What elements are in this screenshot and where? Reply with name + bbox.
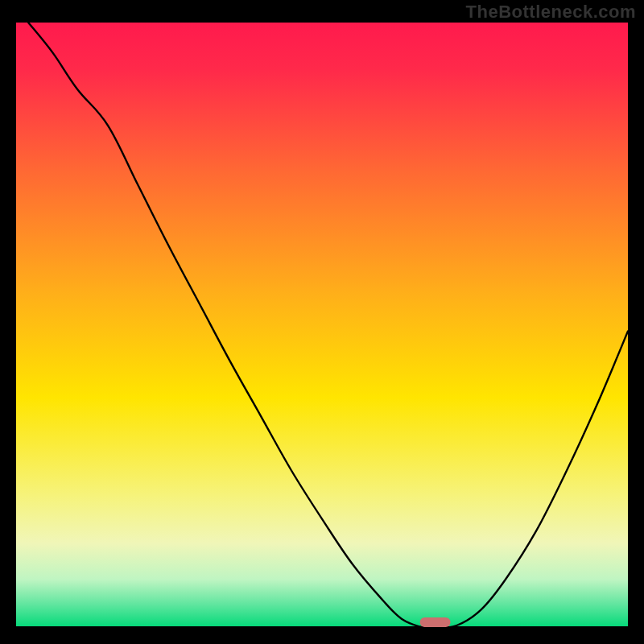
chart-frame: TheBottleneck.com <box>0 0 644 644</box>
optimal-point-marker <box>420 617 451 627</box>
gradient-background <box>16 23 628 628</box>
watermark-text: TheBottleneck.com <box>466 2 636 23</box>
bottleneck-curve-chart <box>16 23 628 628</box>
